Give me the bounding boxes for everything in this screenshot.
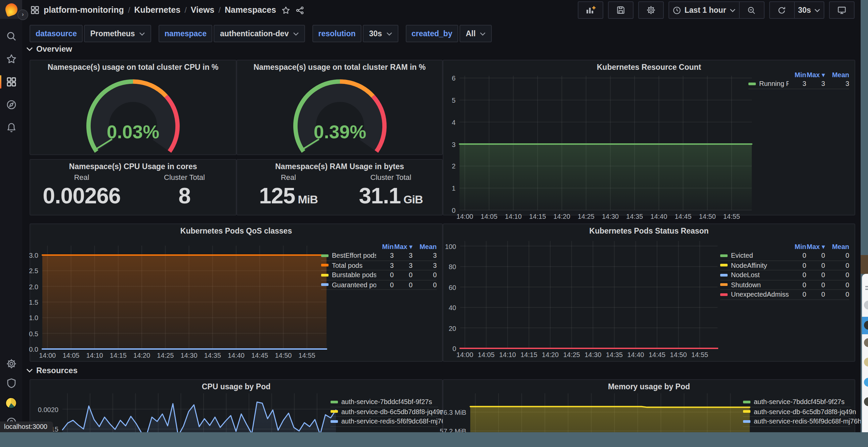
- legend-row[interactable]: auth-service-db-6c5db7d8f8-jq49n: [743, 407, 850, 417]
- time-range-picker[interactable]: Last 1 hour: [669, 1, 740, 19]
- x-axis-tick: 14:10: [505, 213, 522, 220]
- legend-column-min[interactable]: Min: [789, 71, 806, 78]
- legend-label[interactable]: Burstable pods: [321, 272, 376, 279]
- legend-column-max[interactable]: Max ▾: [394, 243, 412, 250]
- share-dashboard-button[interactable]: [296, 6, 304, 14]
- x-axis-tick: 14:45: [675, 213, 692, 220]
- legend-label[interactable]: Running Pods: [748, 80, 789, 88]
- breadcrumb-item[interactable]: platform-monitoring: [44, 5, 124, 15]
- legend-row: Evicted000: [720, 251, 849, 261]
- sidebar-item-dashboards[interactable]: [0, 76, 22, 87]
- avatar: [864, 301, 868, 309]
- legend-mean-value: 0: [825, 252, 849, 260]
- legend-column-mean[interactable]: Mean: [412, 243, 437, 250]
- chart-canvas[interactable]: [470, 393, 750, 432]
- panel-title[interactable]: Kubernetes Pods Status Reason: [443, 227, 855, 235]
- stat-value: 125MiB: [259, 183, 317, 209]
- legend-row: UnexpectedAdmissionError000: [720, 290, 849, 300]
- sidebar-item-server-admin[interactable]: [0, 378, 22, 389]
- legend-label[interactable]: BestEffort pods: [321, 252, 376, 260]
- chart-canvas[interactable]: [460, 241, 717, 348]
- x-axis-tick: 14:15: [110, 352, 127, 359]
- panel-title[interactable]: Namespace(s) CPU Usage in cores: [30, 163, 236, 170]
- dashboard-settings-button[interactable]: [638, 1, 664, 19]
- variable-value-dropdown[interactable]: authentication-dev: [214, 25, 305, 42]
- chart-canvas[interactable]: [42, 246, 327, 349]
- pan el-title[interactable]: Namespace(s) usage on total cluster CPU …: [30, 63, 236, 71]
- y-axis-tick: 57.2 MiB: [440, 427, 466, 432]
- sidebar-item-explore[interactable]: [0, 99, 22, 110]
- sidebar-item-search[interactable]: [0, 31, 22, 42]
- refresh-interval-picker[interactable]: 30s: [794, 1, 824, 19]
- save-dashboard-button[interactable]: [608, 1, 633, 19]
- breadcrumb-separator: /: [128, 5, 130, 15]
- variable-value-dropdown[interactable]: 30s: [363, 25, 398, 42]
- chevron-down-icon: [730, 8, 736, 12]
- legend-column-min[interactable]: Min: [789, 243, 806, 250]
- time-range-zoom-out-button[interactable]: [739, 1, 765, 19]
- legend-column-min[interactable]: Min: [376, 243, 394, 250]
- legend-min-value: 0: [789, 262, 806, 269]
- legend-row[interactable]: auth-service-redis-5f6f9dc68f-mj76h: [331, 417, 438, 426]
- variable-value-dropdown[interactable]: Prometheus: [84, 25, 151, 42]
- refresh-dashboard-button[interactable]: [769, 1, 795, 19]
- sidebar-item-starred[interactable]: [0, 54, 22, 64]
- favorite-dashboard-button[interactable]: [281, 6, 290, 14]
- legend-column-mean[interactable]: Mean: [825, 71, 849, 78]
- chart-canvas[interactable]: [460, 76, 752, 210]
- variable-datasource: datasource Prometheus: [30, 25, 151, 42]
- section-row-resources[interactable]: Resources: [26, 366, 78, 375]
- legend-row[interactable]: auth-service-redis-5f6f9dc68f-mj76h: [743, 417, 850, 426]
- breadcrumb-item[interactable]: Views: [191, 5, 214, 15]
- legend-label[interactable]: Evicted: [720, 252, 789, 260]
- time-series-plot: 012345614:0014:0514:1014:1514:2014:2514:…: [460, 76, 752, 210]
- sidebar-item-profile[interactable]: [0, 397, 22, 408]
- legend-swatch: [321, 254, 329, 257]
- legend-label[interactable]: NodeLost: [720, 272, 789, 279]
- legend-row[interactable]: auth-service-db-6c5db7d8f8-jq49n: [331, 407, 438, 417]
- legend-row: NodeAffinity000: [720, 261, 849, 271]
- legend-label[interactable]: NodeAffinity: [720, 262, 789, 269]
- background-window-fragment: [861, 255, 868, 274]
- panel-title[interactable]: Memory usage by Pod: [443, 383, 855, 391]
- legend-row[interactable]: auth-service-7bddcf45bf-9f27s: [743, 397, 850, 407]
- compass-icon: [6, 99, 17, 110]
- breadcrumb-item[interactable]: Namespaces: [225, 5, 276, 15]
- panel-title[interactable]: Namespace(s) usage on total cluster RAM …: [237, 63, 442, 71]
- sidebar-expand-button[interactable]: ›: [18, 9, 28, 20]
- gauge-value: 0.03%: [107, 122, 159, 142]
- legend-column-mean[interactable]: Mean: [825, 243, 849, 250]
- breadcrumb-item[interactable]: Kubernetes: [134, 5, 181, 15]
- variable-label: resolution: [312, 25, 362, 42]
- section-row-overview[interactable]: Overview: [26, 44, 72, 54]
- legend-min-value: 0: [789, 281, 806, 288]
- stat-value: 8: [178, 183, 190, 209]
- panel-title[interactable]: Namespace(s) RAM Usage in bytes: [237, 163, 442, 170]
- sidebar-item-settings[interactable]: [0, 358, 22, 369]
- legend-column-max[interactable]: Max ▾: [806, 71, 825, 78]
- screen: ? › platform-monitoring / Kubernetes / V…: [0, 0, 868, 447]
- legend-mean-value: 0: [412, 281, 437, 288]
- legend-series-name: NodeLost: [731, 272, 760, 279]
- add-panel-button[interactable]: [578, 1, 603, 19]
- legend-min-value: 0: [376, 272, 394, 279]
- legend-row[interactable]: auth-service-7bddcf45bf-9f27s: [331, 397, 438, 407]
- legend-label[interactable]: Guaranteed pods: [321, 281, 376, 288]
- x-axis-tick: 14:15: [520, 351, 537, 358]
- dashboard-toolbar: Last 1 hour 30s: [578, 1, 855, 19]
- cycle-view-mode-button[interactable]: [829, 1, 855, 19]
- stat-label: Real: [237, 173, 340, 181]
- legend-label[interactable]: Shutdown: [720, 281, 789, 288]
- panel-title[interactable]: Kubernetes Pods QoS classes: [30, 227, 442, 235]
- grafana-window: ? › platform-monitoring / Kubernetes / V…: [0, 0, 861, 432]
- chart-canvas[interactable]: [62, 393, 336, 432]
- chevron-down-icon: [814, 8, 820, 12]
- legend-label[interactable]: UnexpectedAdmissionError: [720, 291, 789, 298]
- legend-column-max[interactable]: Max ▾: [806, 243, 825, 250]
- sidebar-item-alerting[interactable]: [0, 122, 22, 133]
- panel-title[interactable]: CPU usage by Pod: [30, 383, 442, 391]
- legend-label[interactable]: Total pods: [321, 262, 376, 269]
- x-axis-tick: 14:40: [650, 213, 667, 220]
- legend-row: BestEffort pods333: [321, 251, 437, 261]
- variable-value-dropdown[interactable]: All: [460, 25, 491, 42]
